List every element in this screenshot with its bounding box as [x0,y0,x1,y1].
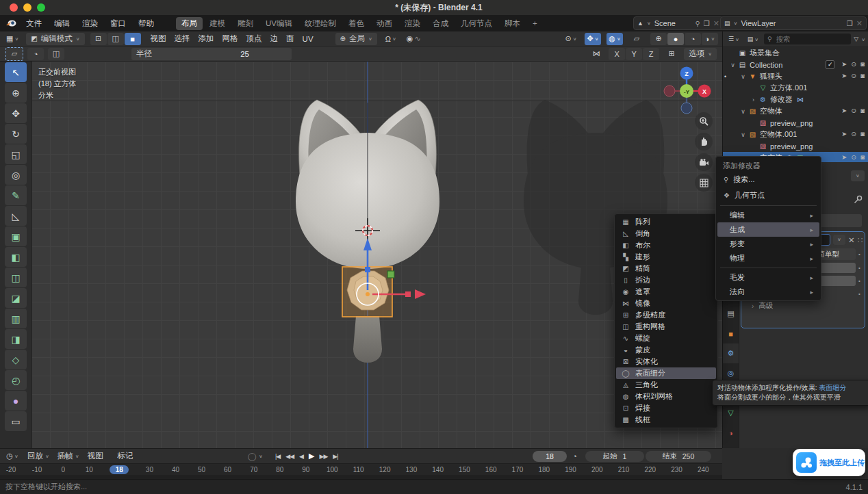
modifier-menu-item[interactable]: ▩ 线框 [616,414,716,426]
expander-icon[interactable]: ∨ [739,108,748,115]
topbar-menu[interactable]: 文件 [20,18,48,29]
editor-type-button[interactable]: ▦ ∨ [4,33,21,45]
select-mode-new-button[interactable]: ▱ [5,47,23,61]
pan-button[interactable] [695,133,713,151]
proportional-edit-toggle[interactable]: ◉∿ [405,33,423,45]
workspace-tab[interactable]: UV编辑 [260,17,298,30]
timeline-menu[interactable]: 插帧∨ [53,451,84,461]
workspace-tab[interactable]: 动画 [371,17,398,30]
edge-select-button[interactable]: ◫ [107,33,124,45]
gizmos-toggle[interactable]: ✥∨ [585,33,601,45]
hide-render-icon[interactable]: ◙ [860,107,865,116]
select-mode-extend-button[interactable]: ◔ [27,48,44,60]
modifier-category-item[interactable]: 毛发 ▸ [717,270,819,285]
viewport-menu[interactable]: 添加 [194,34,218,44]
properties-tab[interactable]: ▽ [723,403,739,423]
tool-button[interactable]: ◇ [5,350,27,369]
unlink-icon[interactable]: ✕ [713,19,719,28]
shading-material-button[interactable]: ◔ [685,33,701,45]
hide-viewport-icon[interactable]: ⊙ [851,72,856,81]
expander-icon[interactable]: › [752,302,754,310]
viewport-menu[interactable]: 顶点 [242,34,266,44]
modifier-menu-item[interactable]: ⊡ 焊接 [616,402,716,414]
modifier-menu-item[interactable]: ◬ 三角化 [616,379,716,391]
auto-key-button[interactable]: ◯ [248,452,257,461]
expander-icon[interactable]: ∨ [728,62,737,68]
outliner-row[interactable]: • › ⚙ 修改器 ⋈ ✓ ➤ ⊙ ◙ [723,94,868,105]
tool-button[interactable]: ↻ [5,124,27,144]
tool-button[interactable]: ✥ [5,103,27,123]
workspace-tab[interactable]: 纹理绘制 [299,17,342,30]
decorator-dot[interactable]: • [858,278,863,284]
hide-viewport-icon[interactable]: ⊙ [851,130,856,139]
workspace-tab[interactable]: 合成 [427,17,454,30]
tool-button[interactable]: ◎ [5,165,27,185]
timeline-menu[interactable]: 视图∨ [84,451,114,461]
options-dropdown[interactable]: 选项 ∨ [684,48,717,60]
modifier-menu-item[interactable]: ▯ 拆边 [616,274,716,286]
tool-button[interactable]: ◪ [5,288,27,308]
modifier-menu-item[interactable]: ⋈ 镜像 [616,298,716,309]
tool-button[interactable]: ▥ [5,309,27,328]
outliner-row[interactable]: • ▨ preview_png ✓ ➤ ⊙ ◙ [723,140,868,152]
timeline-menu[interactable]: 标记∨ [114,451,144,461]
workspace-tab[interactable]: 雕刻 [232,17,259,30]
orientation-dropdown[interactable]: ⊕ 全局 ∨ [335,33,377,45]
hide-render-icon[interactable]: ◙ [860,60,865,69]
decorator-dot[interactable]: • [858,291,863,297]
pin-icon[interactable]: ⚲ [695,20,700,27]
hide-viewport-icon[interactable]: ⊙ [851,153,856,162]
topbar-menu[interactable]: 渲染 [76,18,104,29]
zoom-button[interactable] [695,112,713,130]
modifier-menu-item[interactable]: ◧ 布尔 [616,239,716,251]
mirror-axis-button[interactable]: X [609,48,625,60]
playback-button[interactable]: ◀ [296,453,306,460]
viewport-menu[interactable]: 面 [282,34,298,44]
workspace-tab[interactable]: 着色 [343,17,370,30]
modifier-menu-item[interactable]: ◺ 倒角 [616,228,716,239]
mirror-icon-button[interactable]: ⋈ [588,48,604,60]
gizmo-x-arrow[interactable] [415,289,426,299]
breadcrumb-dropdown[interactable]: ∨ [851,170,865,181]
copy-icon[interactable]: ❐ [847,20,853,27]
timeline-menu[interactable]: 回放∨ [23,451,53,461]
selectable-icon[interactable]: ➤ [841,107,847,116]
playback-button[interactable]: |◀ [272,453,283,460]
navigation-gizmo[interactable]: Z X -Y [661,66,712,116]
selectable-icon[interactable]: ➤ [841,72,847,81]
scene-selector[interactable]: ▲ ∨ Scene ⚲ ❐ ✕ [633,16,724,30]
face-select-button[interactable]: ■ [125,33,141,45]
viewport-menu[interactable]: 网格 [218,34,242,44]
delete-modifier-icon[interactable]: ✕ [848,235,855,245]
tool-button[interactable]: ✎ [5,185,27,205]
camera-view-button[interactable] [695,153,713,171]
selectable-icon[interactable]: ➤ [841,130,847,139]
snap-base-button[interactable]: ⊞ [663,48,680,60]
modifier-category-item[interactable]: 法向 ▸ [717,285,819,299]
current-frame-field[interactable]: 18 [533,451,567,462]
modifier-menu-item[interactable]: ∿ 螺旋 [616,333,716,344]
frame-start-field[interactable]: 起始1 [585,451,644,462]
tool-button[interactable]: ◴ [5,370,27,390]
tool-button[interactable]: ◺ [5,206,27,226]
frame-end-field[interactable]: 结束250 [646,451,711,462]
axis-negx-handle[interactable] [664,86,675,96]
topbar-menu[interactable]: 帮助 [132,18,160,29]
tool-button[interactable]: ▣ [5,226,27,246]
hide-viewport-icon[interactable]: ⊙ [851,107,856,116]
gizmo-y-handle[interactable] [387,271,394,278]
properties-tab[interactable]: ▤ [723,304,739,324]
outliner-row[interactable]: • ∨ ▤ Collection ✓ ➤ ⊙ ◙ [723,59,868,70]
shading-rendered-button[interactable]: ◑∨ [702,33,718,45]
hide-viewport-icon[interactable]: ⊙ [851,60,856,69]
tool-button[interactable]: ● [5,391,27,411]
modifier-menu-item[interactable]: ◩ 精简 [616,263,716,274]
advanced-section-label[interactable]: 高级 [758,301,773,311]
drag-handle-icon[interactable]: ∷ [858,235,863,245]
modifier-menu-item[interactable]: ⊞ 多级精度 [616,309,716,321]
viewport-menu[interactable]: 视图 [146,34,170,44]
outliner-filter-button[interactable]: ☰∨ [726,33,742,45]
expander-icon[interactable]: › [749,96,758,103]
modifier-category-item[interactable]: 生成 ▸ [717,222,819,237]
outliner-row[interactable]: • ▽ 立方体.001 ✓ ➤ ⊙ ◙ [723,82,868,94]
